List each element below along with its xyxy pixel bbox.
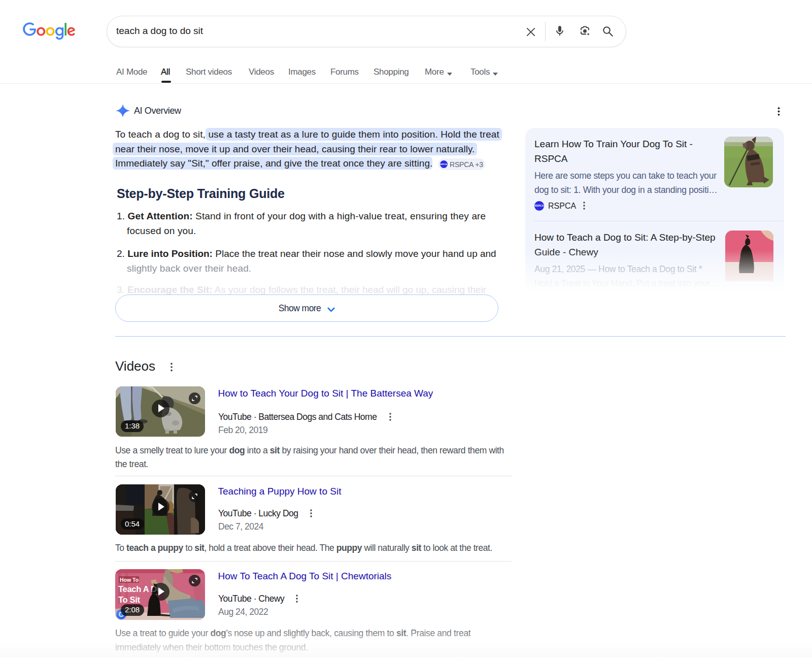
svg-text:To Sit: To Sit xyxy=(118,595,141,604)
svg-text:How To: How To xyxy=(120,577,139,583)
